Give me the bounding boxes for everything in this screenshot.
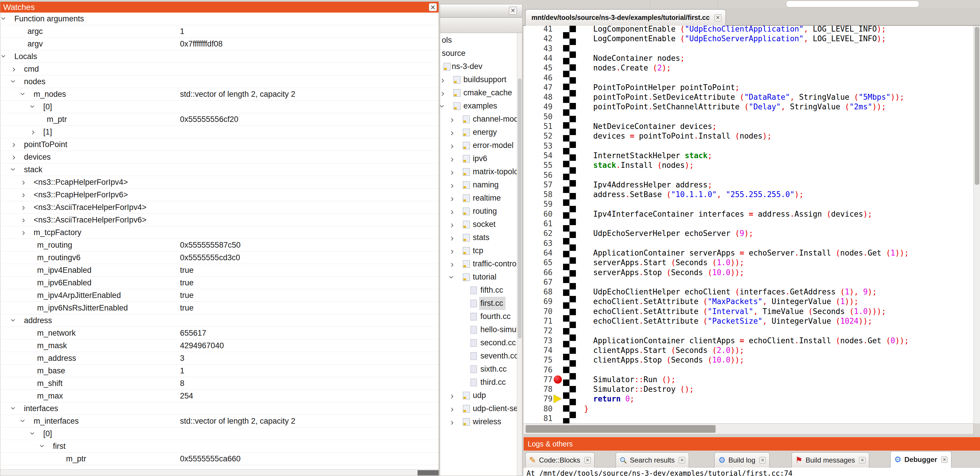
watch-row[interactable]: ›Function arguments [0,13,439,25]
code-line-41[interactable]: 41 LogComponentEnable ("UdpEchoClientApp… [523,26,974,34]
chevron-right-icon[interactable]: › [22,201,25,214]
line-number[interactable]: 49 [523,102,552,112]
tree-item-label[interactable]: tutorial [472,270,499,284]
code-line-67[interactable]: 67 [523,277,974,287]
watch-row[interactable]: m_network655617 [0,327,439,339]
code-line-65[interactable]: 65 serverApps.Start (Seconds (1.0)); [523,257,974,268]
tree-item-label[interactable]: seventh.cc [479,350,517,363]
watch-row[interactable]: ›pointToPoint [0,138,439,151]
chevron-right-icon[interactable]: › [450,153,454,165]
chevron-right-icon[interactable]: › [450,219,454,231]
line-number[interactable]: 42 [523,34,552,43]
editor-vscrollbar[interactable] [974,26,980,423]
code-line-45[interactable]: 45 nodes.Create (2); [523,63,974,73]
watches-hscrollbar-thumb[interactable] [418,470,439,475]
watch-row[interactable]: ›cmd [0,63,439,75]
code-line-42[interactable]: 42 LogComponentEnable ("UdpEchoServerApp… [523,34,974,43]
line-number[interactable]: 56 [523,170,552,180]
tree-item-label[interactable]: ns-3-dev [450,60,485,73]
close-icon[interactable]: ✕ [714,14,721,21]
line-number[interactable]: 65 [523,257,552,268]
tree-item-udp[interactable]: ›udp [440,389,517,402]
chevron-right-icon[interactable]: › [450,403,454,415]
code-line-78[interactable]: 78 Simulator::Destroy (); [523,384,974,394]
logs-tab-build-messages[interactable]: ⚑Build messages✕ [792,452,870,468]
watch-row[interactable]: ›nodes [0,75,439,88]
line-number[interactable]: 47 [523,83,552,93]
close-icon[interactable]: ✕ [509,7,517,14]
tree-item-label[interactable]: examples [462,99,500,113]
line-number[interactable]: 71 [523,316,552,326]
watch-row[interactable]: m_ipv6NsRsJitterEnabledtrue [0,302,439,314]
tree-item-socket[interactable]: ›socket [440,218,517,231]
tree-item-buildsupport[interactable]: ›buildsupport [440,73,517,86]
code-line-74[interactable]: 74 clientApps.Start (Seconds (2.0)); [523,345,974,355]
tree-item-seventh-cc[interactable]: seventh.cc [440,350,517,363]
watch-row[interactable]: ›<ns3::AsciiTraceHelperForIpv4> [0,201,439,214]
line-number[interactable]: 61 [523,219,552,228]
tree-item-label[interactable]: energy [472,126,500,139]
tree-item-matrix-topolo[interactable]: ›matrix-topolo [440,165,517,178]
watch-row[interactable]: m_max254 [0,390,439,403]
line-number[interactable]: 43 [523,43,552,54]
toolbar-combo[interactable] [786,1,919,7]
code-line-66[interactable]: 66 serverApps.Stop (Seconds (10.0)); [523,268,974,278]
chevron-down-icon[interactable]: › [450,271,454,283]
line-number[interactable]: 64 [523,248,552,258]
chevron-right-icon[interactable]: › [22,176,25,188]
code-line-55[interactable]: 55 stack.Install (nodes); [523,160,974,170]
code-line-75[interactable]: 75 clientApps.Stop (Seconds (10.0)); [523,355,974,365]
tree-item-tutorial[interactable]: ›tutorial [440,270,517,284]
chevron-right-icon[interactable]: › [22,214,25,226]
watch-row[interactable]: ›m_nodesstd::vector of length 2, capacit… [0,88,439,101]
close-icon[interactable]: ✕ [859,457,865,463]
tree-item-first-cc[interactable]: first.cc [440,297,517,310]
chevron-down-icon[interactable]: › [22,88,25,101]
code-line-63[interactable]: 63 [523,238,974,248]
line-number[interactable]: 53 [523,141,552,151]
tree-item-ipv6[interactable]: ›ipv6 [440,152,517,165]
tree-item-label[interactable]: ols [441,34,454,47]
tree-item-fifth-cc[interactable]: fifth.cc [440,284,517,297]
chevron-right-icon[interactable]: › [450,179,454,191]
code-line-48[interactable]: 48 pointToPoint.SetDeviceAttribute ("Dat… [523,92,974,102]
line-number[interactable]: 70 [523,307,552,316]
line-number[interactable]: 75 [523,355,552,365]
tree-item-label[interactable]: fourth.cc [479,310,513,323]
chevron-right-icon[interactable]: › [450,113,454,125]
chevron-right-icon[interactable]: › [450,166,454,178]
chevron-right-icon[interactable]: › [22,226,25,239]
editor-hscrollbar-thumb[interactable] [526,425,716,433]
line-number[interactable]: 44 [523,53,552,63]
code-line-46[interactable]: 46 [523,73,974,83]
line-number[interactable]: 54 [523,150,552,161]
chevron-down-icon[interactable]: › [3,13,6,25]
watch-row[interactable]: ›first [0,440,439,453]
chevron-right-icon[interactable]: › [450,139,454,152]
line-number[interactable]: 81 [523,414,552,423]
logs-tab-code-blocks[interactable]: ✎Code::Blocks✕ [525,452,595,468]
line-number[interactable]: 68 [523,287,552,297]
editor-tab-first-cc[interactable]: mnt/dev/tools/source/ns-3-dev/examples/t… [525,10,726,26]
chevron-right-icon[interactable]: › [12,151,16,163]
line-number[interactable]: 76 [523,365,552,375]
tree-item-third-cc[interactable]: third.cc [440,376,517,389]
tree-item-ols[interactable]: ols [440,34,517,47]
tree-item-label[interactable]: ipv6 [472,152,490,165]
code-line-47[interactable]: 47 PointToPointHelper pointToPoint; [523,83,974,93]
tree-item-realtime[interactable]: ›realtime [440,192,517,204]
code-line-57[interactable]: 57 Ipv4AddressHelper address; [523,180,974,190]
code-line-72[interactable]: 72 [523,326,974,335]
line-number[interactable]: 62 [523,228,552,238]
watch-row[interactable]: ›<ns3::PcapHelperForIpv4> [0,176,439,188]
tree-item-label[interactable]: first.cc [479,297,506,310]
tree-item-label[interactable]: wireless [472,415,504,428]
watch-row[interactable]: ›Locals [0,50,439,63]
chevron-right-icon[interactable]: › [441,73,444,86]
close-icon[interactable]: ✕ [429,3,437,11]
tree-item-udp-client-ser[interactable]: ›udp-client-ser [440,402,517,415]
chevron-right-icon[interactable]: › [450,245,454,257]
watch-row[interactable]: m_routingv60x5555555cd3c0 [0,251,439,264]
code-line-69[interactable]: 69 echoClient.SetAttribute ("MaxPackets"… [523,297,974,307]
tree-item-error-model[interactable]: ›error-model [440,139,517,152]
